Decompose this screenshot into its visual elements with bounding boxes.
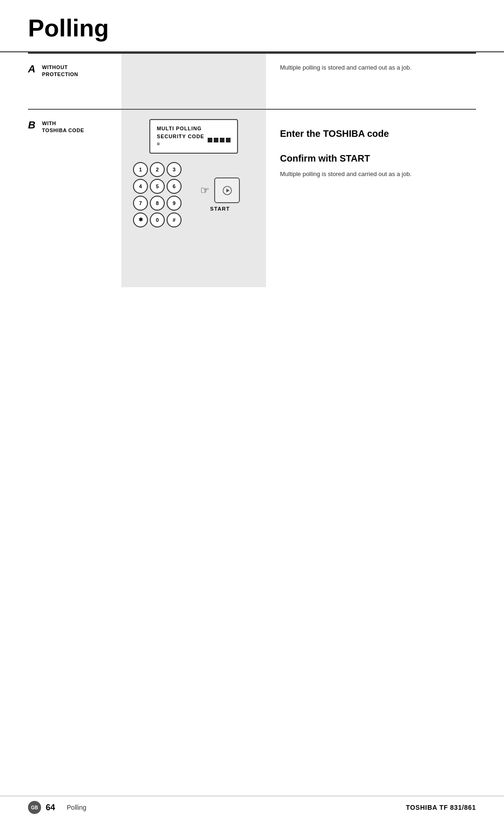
section-b-row: B WITH TOSHIBA CODE MULTI POLLING SECURI…: [28, 110, 476, 287]
footer: GB 64 Polling TOSHIBA TF 831/861: [0, 796, 504, 814]
footer-model: TOSHIBA TF 831/861: [406, 804, 476, 811]
keypad-start-row: 1 2 3 4 5 6 7 8 9 ✱ 0 #: [128, 157, 259, 227]
footer-section-label: Polling: [67, 804, 86, 811]
section-b-letter: B: [28, 119, 37, 131]
lcd-square-4: [226, 138, 231, 142]
key-4[interactable]: 4: [133, 179, 148, 194]
lcd-line2: SECURITY CODE =: [157, 133, 231, 148]
key-star[interactable]: ✱: [133, 212, 148, 227]
section-a-desc-col: Multiple polling is stored and carried o…: [266, 54, 476, 109]
lcd-line1: MULTI POLLING: [157, 125, 231, 133]
sections-wrapper: A WITHOUT PROTECTION Multiple polling is…: [28, 54, 476, 287]
diagram-b-inner: MULTI POLLING SECURITY CODE =: [128, 119, 259, 227]
key-7[interactable]: 7: [133, 196, 148, 211]
keypad: 1 2 3 4 5 6 7 8 9 ✱ 0 #: [133, 162, 182, 227]
lcd-square-2: [214, 138, 218, 142]
lcd-square-3: [220, 138, 224, 142]
key-9[interactable]: 9: [167, 196, 182, 211]
desc-b: Enter the TOSHIBA code Confirm with STAR…: [280, 119, 467, 179]
section-b-label-col: B WITH TOSHIBA CODE: [28, 110, 121, 287]
start-row: ☞: [200, 177, 240, 203]
key-hash[interactable]: #: [167, 212, 182, 227]
start-label: START: [210, 206, 230, 212]
section-b-label-text: WITH TOSHIBA CODE: [42, 119, 84, 134]
section-b-diagram: MULTI POLLING SECURITY CODE =: [121, 110, 266, 287]
main-content: A WITHOUT PROTECTION Multiple polling is…: [0, 52, 504, 287]
enter-code-heading: Enter the TOSHIBA code: [280, 128, 467, 139]
section-a-diagram: [121, 54, 266, 109]
footer-badge: GB: [28, 801, 41, 814]
key-2[interactable]: 2: [150, 162, 165, 177]
page-title: Polling: [0, 0, 504, 52]
key-1[interactable]: 1: [133, 162, 148, 177]
lcd-squares: [208, 138, 231, 142]
keypad-col: 1 2 3 4 5 6 7 8 9 ✱ 0 #: [128, 157, 182, 227]
svg-marker-1: [226, 189, 230, 192]
key-5[interactable]: 5: [150, 179, 165, 194]
confirm-start-heading: Confirm with START: [280, 153, 467, 164]
lcd-display: MULTI POLLING SECURITY CODE =: [149, 119, 238, 154]
section-b-desc-col: Enter the TOSHIBA code Confirm with STAR…: [266, 110, 476, 287]
footer-left: GB 64 Polling: [28, 801, 86, 814]
section-a-label-col: A WITHOUT PROTECTION: [28, 54, 121, 109]
lcd-square-1: [208, 138, 212, 142]
key-0[interactable]: 0: [150, 212, 165, 227]
footer-page-number: 64: [46, 803, 55, 813]
hand-pointing-icon: ☞: [200, 184, 210, 197]
key-6[interactable]: 6: [167, 179, 182, 194]
key-3[interactable]: 3: [167, 162, 182, 177]
section-b-description: Multiple polling is stored and carried o…: [280, 170, 467, 179]
section-a-row: A WITHOUT PROTECTION Multiple polling is…: [28, 54, 476, 110]
start-area: ☞ START: [200, 177, 240, 212]
start-icon: [222, 185, 232, 196]
section-a-label-text: WITHOUT PROTECTION: [42, 63, 78, 78]
start-button[interactable]: [214, 177, 240, 203]
section-a-letter: A: [28, 63, 37, 75]
section-a-description: Multiple polling is stored and carried o…: [280, 63, 467, 72]
key-8[interactable]: 8: [150, 196, 165, 211]
